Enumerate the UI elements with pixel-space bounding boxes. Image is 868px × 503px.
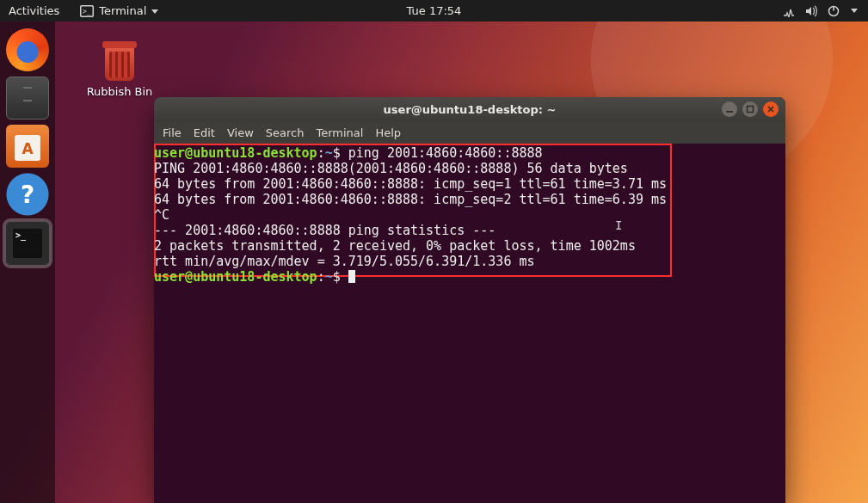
dock-app-terminal[interactable] [5, 221, 50, 266]
trash-icon [105, 46, 134, 81]
terminal-viewport[interactable]: user@ubuntu18-desktop:~$ ping 2001:4860:… [154, 144, 785, 503]
svg-text:>_: >_ [83, 8, 91, 15]
svg-rect-6 [748, 107, 754, 113]
svg-rect-5 [726, 111, 733, 113]
window-maximize-button[interactable] [742, 101, 758, 117]
dock-app-files[interactable] [6, 77, 49, 120]
window-minimize-button[interactable] [722, 101, 737, 117]
terminal-icon [13, 229, 42, 258]
power-icon[interactable] [827, 4, 840, 18]
network-icon[interactable] [782, 4, 796, 18]
menu-terminal[interactable]: Terminal [316, 126, 363, 139]
app-menu-button[interactable]: Terminal [99, 4, 158, 17]
svg-rect-4 [833, 6, 834, 10]
dock-app-firefox[interactable] [6, 28, 49, 71]
menu-view[interactable]: View [227, 126, 254, 139]
dock-app-help[interactable]: ? [6, 173, 49, 216]
window-close-button[interactable] [763, 101, 779, 117]
top-panel: Activities >_ Terminal Tue 17:54 [0, 0, 868, 21]
activities-button[interactable]: Activities [9, 4, 59, 17]
dock-app-software[interactable] [6, 125, 49, 168]
terminal-indicator-icon: >_ [80, 4, 94, 18]
question-icon: ? [21, 181, 34, 209]
window-menubar: File Edit View Search Terminal Help [154, 122, 785, 144]
desktop-icon-label: Rubbish Bin [81, 85, 158, 98]
chevron-down-icon [151, 9, 158, 14]
menu-edit[interactable]: Edit [194, 126, 215, 139]
window-title: user@ubuntu18-desktop: ~ [384, 103, 557, 116]
terminal-window: user@ubuntu18-desktop: ~ File Edit View … [154, 97, 785, 503]
volume-icon[interactable] [804, 4, 818, 18]
menu-search[interactable]: Search [266, 126, 305, 139]
dock: ? [0, 21, 55, 503]
menu-help[interactable]: Help [375, 126, 401, 139]
window-titlebar[interactable]: user@ubuntu18-desktop: ~ [154, 97, 785, 122]
desktop-icon-trash[interactable]: Rubbish Bin [81, 46, 158, 98]
menu-file[interactable]: File [163, 126, 182, 139]
system-menu-chevron-icon[interactable] [851, 9, 858, 13]
cursor-block [348, 270, 355, 283]
terminal-output: user@ubuntu18-desktop:~$ ping 2001:4860:… [154, 145, 780, 285]
text-caret-icon: I [615, 218, 622, 233]
